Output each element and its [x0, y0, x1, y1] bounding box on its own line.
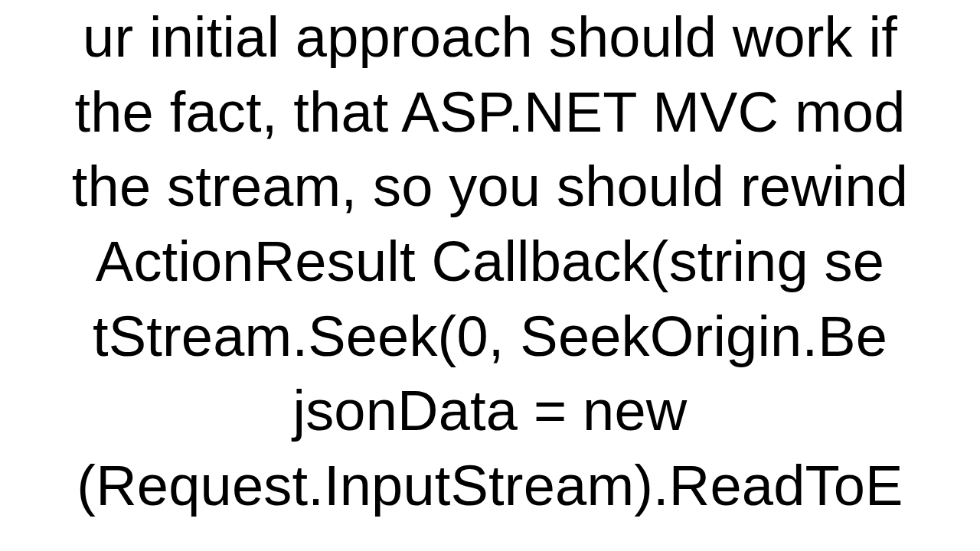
text-snippet-container: ur initial approach should work if the f… — [0, 0, 980, 551]
text-line-6: jsonData = new — [293, 373, 688, 448]
text-line-2: the fact, that ASP.NET MVC mod — [75, 75, 906, 150]
text-line-7: (Request.InputStream).ReadToE — [77, 448, 903, 523]
text-line-4: ActionResult Callback(string se — [96, 224, 884, 299]
text-line-3: the stream, so you should rewind — [72, 149, 908, 224]
text-line-1: ur initial approach should work if — [83, 0, 897, 75]
text-line-5: tStream.Seek(0, SeekOrigin.Be — [93, 299, 887, 374]
